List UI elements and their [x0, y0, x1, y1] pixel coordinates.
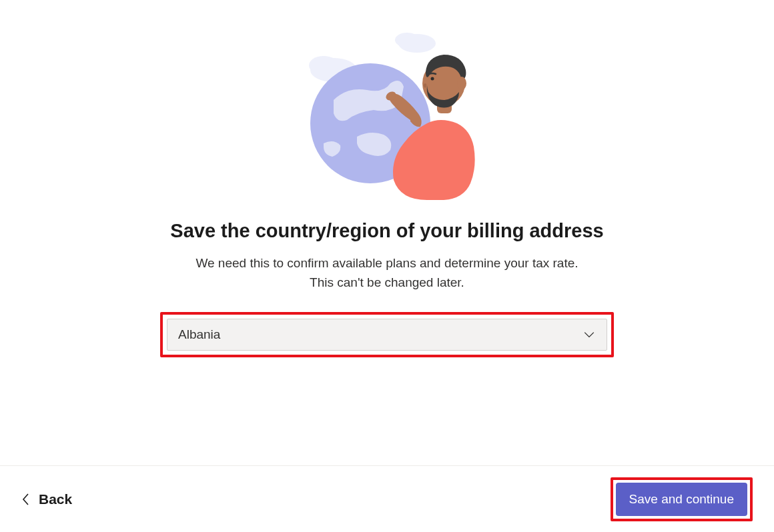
country-region-dropdown[interactable]: Albania	[167, 319, 607, 351]
country-dropdown-highlight: Albania	[160, 312, 614, 357]
svg-point-3	[395, 33, 419, 47]
back-button[interactable]: Back	[21, 491, 72, 507]
svg-point-9	[431, 77, 434, 81]
svg-point-1	[309, 56, 338, 75]
footer-bar: Back Save and continue	[0, 465, 774, 532]
svg-point-8	[457, 77, 466, 90]
page-heading: Save the country/region of your billing …	[170, 220, 603, 242]
save-and-continue-button[interactable]: Save and continue	[616, 483, 747, 516]
chevron-down-icon	[583, 328, 596, 341]
subtext-line-1: We need this to confirm available plans …	[196, 256, 578, 270]
chevron-left-icon	[21, 495, 31, 504]
save-continue-highlight: Save and continue	[611, 477, 753, 521]
globe-person-illustration	[294, 13, 480, 200]
back-button-label: Back	[39, 491, 72, 507]
country-dropdown-value: Albania	[178, 327, 220, 342]
page-subtext: We need this to confirm available plans …	[196, 254, 578, 292]
subtext-line-2: This can't be changed later.	[310, 275, 464, 289]
